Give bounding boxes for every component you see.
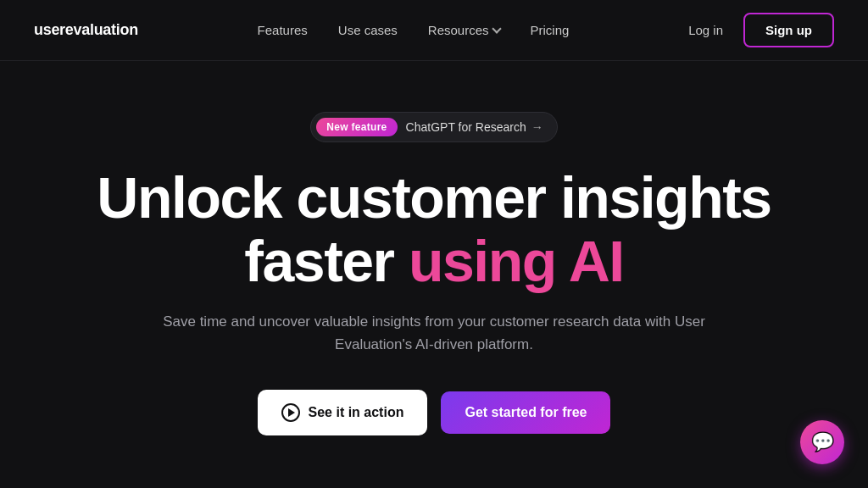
nav-resources[interactable]: Resources xyxy=(428,23,500,37)
chat-icon: 💬 xyxy=(811,433,834,452)
nav-features[interactable]: Features xyxy=(258,23,308,37)
chat-fab-button[interactable]: 💬 xyxy=(800,420,844,464)
login-button[interactable]: Log in xyxy=(688,23,723,37)
nav-links: Features Use cases Resources Pricing xyxy=(258,23,570,37)
navbar: userevaluation Features Use cases Resour… xyxy=(0,0,868,61)
hero-section: New feature ChatGPT for Research → Unloc… xyxy=(0,61,868,435)
nav-use-cases[interactable]: Use cases xyxy=(338,23,398,37)
badge-new-label: New feature xyxy=(316,118,397,136)
new-feature-badge[interactable]: New feature ChatGPT for Research → xyxy=(310,112,557,142)
see-action-button[interactable]: See it in action xyxy=(258,390,428,435)
hero-heading: Unlock customer insights faster using AI xyxy=(53,166,815,293)
nav-pricing[interactable]: Pricing xyxy=(531,23,570,37)
resources-chevron-icon xyxy=(492,24,501,33)
badge-feature-text: ChatGPT for Research → xyxy=(406,120,543,134)
hero-subtext: Save time and uncover valuable insights … xyxy=(146,310,722,356)
brand-logo[interactable]: userevaluation xyxy=(34,21,138,39)
signup-button[interactable]: Sign up xyxy=(743,13,834,47)
badge-arrow-icon: → xyxy=(531,120,543,134)
nav-right: Log in Sign up xyxy=(688,13,834,47)
hero-buttons: See it in action Get started for free xyxy=(258,390,611,435)
get-started-button[interactable]: Get started for free xyxy=(441,391,610,434)
play-icon xyxy=(281,403,300,422)
